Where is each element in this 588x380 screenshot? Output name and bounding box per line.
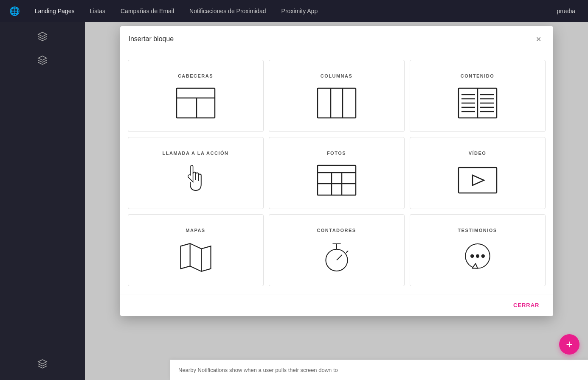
blocks-grid: CABECERAS COLUMNAS: [120, 52, 553, 294]
main-content: Run Unlimited Reads Insertar bloque × CA…: [85, 22, 588, 380]
user-menu[interactable]: prueba: [551, 5, 581, 17]
block-contenido-label: CONTENIDO: [461, 73, 495, 78]
globe-icon[interactable]: 🌐: [7, 3, 22, 19]
sidebar-icon-bot[interactable]: [35, 356, 50, 372]
block-video-label: VÍDEO: [469, 151, 487, 156]
block-llamada-label: LLAMADA A LA ACCIÓN: [163, 151, 229, 156]
svg-marker-24: [473, 175, 484, 185]
svg-rect-3: [318, 88, 356, 118]
svg-point-27: [326, 249, 347, 271]
svg-rect-18: [318, 165, 356, 195]
modal-overlay: Insertar bloque × CABECERAS: [85, 22, 588, 380]
nav-landing-pages[interactable]: Landing Pages: [29, 5, 80, 17]
block-cabeceras-label: CABECERAS: [178, 73, 213, 78]
nav-notificaciones[interactable]: Notificaciones de Proximidad: [183, 5, 272, 17]
svg-point-33: [471, 255, 473, 257]
svg-point-34: [476, 255, 478, 257]
sidebar-icon-mid[interactable]: [35, 53, 50, 68]
block-video[interactable]: VÍDEO: [410, 137, 546, 209]
nav-campanas-email[interactable]: Campañas de Email: [115, 5, 180, 17]
llamada-icon: [174, 163, 217, 197]
modal-footer: CERRAR: [120, 294, 553, 316]
nav-listas[interactable]: Listas: [84, 5, 111, 17]
block-contadores-label: CONTADORES: [317, 228, 356, 233]
block-contadores[interactable]: CONTADORES: [269, 214, 405, 286]
testimonios-icon: [456, 240, 499, 274]
block-columnas[interactable]: COLUMNAS: [269, 60, 405, 132]
svg-line-31: [346, 251, 348, 253]
bottom-bar-text: Nearby Notifications show when a user pu…: [178, 367, 338, 373]
block-contenido[interactable]: CONTENIDO: [410, 60, 546, 132]
fab-button[interactable]: [559, 334, 580, 355]
block-llamada[interactable]: LLAMADA A LA ACCIÓN: [128, 137, 264, 209]
contadores-icon: [315, 240, 358, 274]
svg-point-35: [481, 255, 484, 257]
svg-rect-23: [459, 168, 497, 193]
close-icon[interactable]: ×: [533, 33, 545, 45]
cabeceras-icon: [174, 86, 217, 120]
block-cabeceras[interactable]: CABECERAS: [128, 60, 264, 132]
block-testimonios[interactable]: TESTIMONIOS: [410, 214, 546, 286]
block-mapas-label: MAPAS: [186, 228, 205, 233]
columnas-icon: [315, 86, 358, 120]
insert-block-modal: Insertar bloque × CABECERAS: [120, 26, 553, 316]
contenido-icon: [456, 86, 499, 120]
nav-proximity-app[interactable]: Proximity App: [276, 5, 324, 17]
sidebar-icon-top[interactable]: [35, 29, 50, 44]
block-mapas[interactable]: MAPAS: [128, 214, 264, 286]
sidebar: [0, 22, 85, 380]
modal-header: Insertar bloque ×: [120, 26, 553, 52]
cerrar-button[interactable]: CERRAR: [508, 299, 545, 311]
top-navigation: 🌐 Landing Pages Listas Campañas de Email…: [0, 0, 588, 22]
bottom-bar: Nearby Notifications show when a user pu…: [170, 360, 588, 380]
block-columnas-label: COLUMNAS: [321, 73, 353, 78]
block-fotos[interactable]: FOTOS: [269, 137, 405, 209]
mapas-icon: [174, 240, 217, 274]
svg-line-30: [337, 255, 342, 260]
modal-title: Insertar bloque: [129, 35, 174, 43]
block-testimonios-label: TESTIMONIOS: [458, 228, 497, 233]
svg-rect-0: [177, 88, 215, 118]
video-icon: [456, 163, 499, 197]
fotos-icon: [315, 163, 358, 197]
block-fotos-label: FOTOS: [327, 151, 346, 156]
